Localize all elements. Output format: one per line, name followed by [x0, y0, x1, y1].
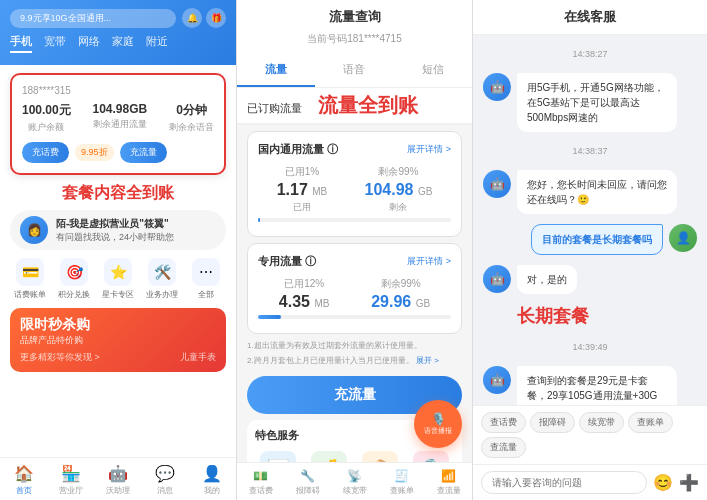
bottom-nav-profile[interactable]: 👤 我的 [189, 464, 236, 496]
assistant-subtitle: 有问题找我说，24小时帮助您 [56, 231, 174, 244]
quick-action-1[interactable]: 报障碍 [530, 412, 575, 433]
domestic-data-card: 国内通用流量 ⓘ 展开详情 > 已用1% 1.17 MB 已用 剩余99% 10… [247, 131, 462, 237]
bottom-nav-messages[interactable]: 💬 消息 [142, 464, 189, 496]
search-bar[interactable]: 9.9元享10G全国通用... [10, 9, 176, 28]
quick-action-3[interactable]: 查账单 [628, 412, 673, 433]
service-business[interactable]: 🛠️ 业务办理 [142, 258, 182, 300]
voice-remaining-value: 0分钟 [169, 102, 214, 119]
plus-icon[interactable]: ➕ [679, 473, 699, 492]
p2-nav-2[interactable]: 📡 续宽带 [331, 469, 378, 496]
special-remaining-unit: GB [416, 298, 430, 309]
children-label: 儿童手表 [180, 351, 216, 364]
p2-nav-icon-3: 🧾 [394, 469, 409, 483]
special-detail-link[interactable]: 展开详情 > [407, 255, 451, 268]
panel3-header: 在线客服 [473, 0, 707, 35]
star-icon: ⭐ [104, 258, 132, 286]
bottom-nav-assistant[interactable]: 🤖 沃助理 [94, 464, 141, 496]
bot-avatar-4: 🤖 [483, 366, 511, 394]
quick-action-4[interactable]: 查流量 [481, 437, 526, 458]
tab-nearby[interactable]: 附近 [146, 34, 168, 53]
service-star[interactable]: ⭐ 星卡专区 [98, 258, 138, 300]
bottom-nav-hall[interactable]: 🏪 营业厅 [47, 464, 94, 496]
expand-link[interactable]: 展开 > [416, 356, 439, 365]
chat-msg-2: 🤖 您好，您长时间未回应，请问您还在线吗？🙂 [483, 170, 697, 214]
remaining-label: 剩余 [365, 201, 433, 214]
balance-item: 100.00元 账户余额 [22, 102, 71, 134]
quick-action-2[interactable]: 续宽带 [579, 412, 624, 433]
remaining-item: 剩余99% 104.98 GB 剩余 [365, 165, 433, 214]
voice-remaining-item: 0分钟 剩余余语音 [169, 102, 214, 134]
service-grid: 💳 话费账单 🎯 积分兑换 ⭐ 星卡专区 🛠️ 业务办理 ⋯ 全部 [10, 258, 226, 300]
domestic-card-header: 国内通用流量 ⓘ 展开详情 > [258, 142, 451, 157]
business-label: 业务办理 [146, 289, 178, 300]
emoji-icon[interactable]: 😊 [653, 473, 673, 492]
domestic-detail-link[interactable]: 展开详情 > [407, 143, 451, 156]
billing-icon: 💳 [16, 258, 44, 286]
p2-nav-0[interactable]: 💵 查话费 [237, 469, 284, 496]
used-value: 1.17 [277, 181, 308, 198]
recharge-fee-button[interactable]: 充话费 [22, 142, 69, 163]
data-remaining-label: 剩余通用流量 [93, 118, 148, 131]
remaining-percent: 剩余99% [365, 165, 433, 179]
used-label: 已用 [277, 201, 328, 214]
panel2-header: 流量查询 当前号码181****4715 [237, 0, 472, 54]
service-billing[interactable]: 💳 话费账单 [10, 258, 50, 300]
tab-sms[interactable]: 短信 [394, 54, 472, 87]
voice-fab-label: 语音播报 [424, 426, 452, 436]
header-top-row: 9.9元享10G全国通用... 🔔 🎁 [10, 8, 226, 28]
rewards-icon[interactable]: 🎁 [206, 8, 226, 28]
p2-nav-label-1: 报障碍 [296, 485, 320, 496]
chat-msg-user-1: 👤 目前的套餐是长期套餐吗 [483, 224, 697, 255]
bot-avatar-1: 🤖 [483, 73, 511, 101]
hall-label: 营业厅 [59, 485, 83, 496]
p2-nav-1[interactable]: 🔧 报障碍 [284, 469, 331, 496]
quick-action-0[interactable]: 查话费 [481, 412, 526, 433]
tab-data[interactable]: 流量 [237, 54, 315, 87]
more-label: 全部 [198, 289, 214, 300]
header-icon-group: 🔔 🎁 [182, 8, 226, 28]
p2-nav-icon-4: 📶 [441, 469, 456, 483]
promo-banner-subtitle: 品牌产品特价购 [20, 334, 216, 347]
balance-label: 账户余额 [22, 121, 71, 134]
notification-icon[interactable]: 🔔 [182, 8, 202, 28]
messages-icon: 💬 [155, 464, 175, 483]
tab-broadband[interactable]: 宽带 [44, 34, 66, 53]
balance-value: 100.00元 [22, 102, 71, 119]
service-more[interactable]: ⋯ 全部 [186, 258, 226, 300]
service-points[interactable]: 🎯 积分兑换 [54, 258, 94, 300]
tab-network[interactable]: 网络 [78, 34, 100, 53]
domestic-progress-fill [258, 218, 260, 222]
p2-nav-3[interactable]: 🧾 查账单 [378, 469, 425, 496]
promo-banner[interactable]: 限时秒杀购 品牌产品特价购 更多精彩等你发现 > 儿童手表 [10, 308, 226, 372]
panel-customer-service: 在线客服 14:38:27 🤖 用5G手机，开通5G网络功能，在5G基站下是可以… [472, 0, 707, 500]
user-avatar-1: 👤 [669, 224, 697, 252]
assistant-avatar: 👩 [20, 216, 48, 244]
assistant-bar[interactable]: 👩 陌-我是虚拟营业员"筱翼" 有问题找我说，24小时帮助您 [10, 210, 226, 250]
tab-family[interactable]: 家庭 [112, 34, 134, 53]
bot-bubble-2: 您好，您长时间未回应，请问您还在线吗？🙂 [517, 170, 677, 214]
p2-nav-label-3: 查账单 [390, 485, 414, 496]
big-promo-chat-container: 长期套餐 [483, 304, 697, 328]
special-remaining-value: 29.96 [371, 293, 411, 310]
special-used-value: 4.35 [279, 293, 310, 310]
big-promo-label: 流量全到账 [306, 88, 430, 120]
bottom-nav-home[interactable]: 🏠 首页 [0, 464, 47, 496]
panel1-bottom-nav: 🏠 首页 🏪 营业厅 🤖 沃助理 💬 消息 👤 我的 [0, 457, 236, 500]
hall-icon: 🏪 [61, 464, 81, 483]
chat-input-field[interactable] [481, 471, 647, 494]
bot-avatar-2: 🤖 [483, 170, 511, 198]
p2-nav-label-0: 查话费 [249, 485, 273, 496]
tab-voice[interactable]: 语音 [315, 54, 393, 87]
special-used-unit: MB [314, 298, 329, 309]
p2-nav-4[interactable]: 📶 查流量 [425, 469, 472, 496]
assistant-label: 沃助理 [106, 485, 130, 496]
chat-time-1: 14:38:27 [483, 49, 697, 59]
voice-fab[interactable]: 🎙️ 语音播报 [414, 400, 462, 448]
chat-input-bar: 😊 ➕ [473, 464, 707, 500]
recharge-data-button[interactable]: 充流量 [120, 142, 167, 163]
domestic-title: 国内通用流量 ⓘ [258, 142, 338, 157]
tab-phone[interactable]: 手机 [10, 34, 32, 53]
messages-label: 消息 [157, 485, 173, 496]
special-remaining-item: 剩余99% 29.96 GB [371, 277, 430, 311]
business-icon: 🛠️ [148, 258, 176, 286]
